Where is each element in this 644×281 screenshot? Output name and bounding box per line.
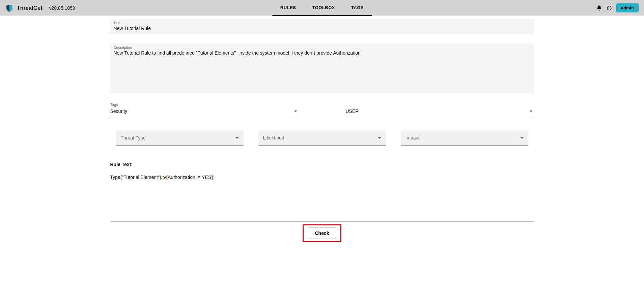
rule-token: ) xyxy=(211,175,214,180)
tags-label: Tags xyxy=(110,103,299,107)
chevron-down-icon xyxy=(294,111,297,112)
app-version: v20.05.1059 xyxy=(49,5,75,11)
title-input[interactable] xyxy=(114,26,531,31)
classification-row: Threat Type Likelihood Impact xyxy=(110,130,534,146)
title-field[interactable]: Title xyxy=(110,19,534,34)
status-circle-icon[interactable] xyxy=(606,5,612,11)
chevron-down-icon xyxy=(235,137,239,139)
chevron-down-icon xyxy=(529,111,533,112)
rule-token: Authorization != YES xyxy=(168,175,211,180)
impact-select[interactable]: Impact xyxy=(401,130,528,146)
header-right: admin xyxy=(596,3,639,12)
description-label: Description xyxy=(114,45,531,50)
likelihood-select[interactable]: Likelihood xyxy=(258,130,386,146)
rule-text-label: Rule Text: xyxy=(110,162,534,167)
title-label: Title xyxy=(114,21,531,25)
svg-point-0 xyxy=(607,6,611,10)
chevron-down-icon xyxy=(520,137,524,139)
rule-token: .tv xyxy=(161,175,166,180)
app-header: ThreatGet v20.05.1059 RULES TOOLBOX TAGS… xyxy=(0,0,644,16)
nav-tab-rules[interactable]: RULES xyxy=(272,0,304,16)
app-logo-icon xyxy=(5,4,13,12)
threat-type-placeholder: Threat Type xyxy=(121,135,146,140)
main-content: Title Description Tags Security USER Thr… xyxy=(110,19,535,256)
user-select-value: USER xyxy=(346,108,359,114)
app-title: ThreatGet xyxy=(17,5,43,11)
tags-select[interactable]: Security xyxy=(110,108,299,116)
tags-field: Tags Security xyxy=(110,103,299,116)
tags-row: Tags Security USER xyxy=(110,103,534,116)
threat-type-select[interactable]: Threat Type xyxy=(116,130,244,146)
rule-text-editor[interactable]: Type("Tutorial Element").tv(Authorizatio… xyxy=(110,175,534,222)
check-button-wrap: Check xyxy=(110,224,534,256)
description-input[interactable] xyxy=(114,50,531,83)
nav-tab-tags[interactable]: TAGS xyxy=(343,0,372,16)
likelihood-placeholder: Likelihood xyxy=(263,135,284,140)
check-button-highlight: Check xyxy=(303,224,341,242)
rule-token: Type xyxy=(110,175,120,180)
impact-placeholder: Impact xyxy=(405,135,420,140)
nav-tab-toolbox[interactable]: TOOLBOX xyxy=(304,0,343,16)
user-select-field: USER xyxy=(346,103,534,116)
tags-select-value: Security xyxy=(110,108,128,114)
rule-token: "Tutorial Element" xyxy=(122,175,160,180)
user-select[interactable]: USER xyxy=(346,108,534,116)
chevron-down-icon xyxy=(378,137,381,139)
user-chip[interactable]: admin xyxy=(616,3,639,12)
description-field[interactable]: Description xyxy=(110,43,534,93)
check-button[interactable]: Check xyxy=(308,227,336,239)
notifications-icon[interactable] xyxy=(596,5,602,11)
nav-tabs: RULES TOOLBOX TAGS xyxy=(272,0,372,16)
user-select-label-spacer xyxy=(346,103,534,107)
